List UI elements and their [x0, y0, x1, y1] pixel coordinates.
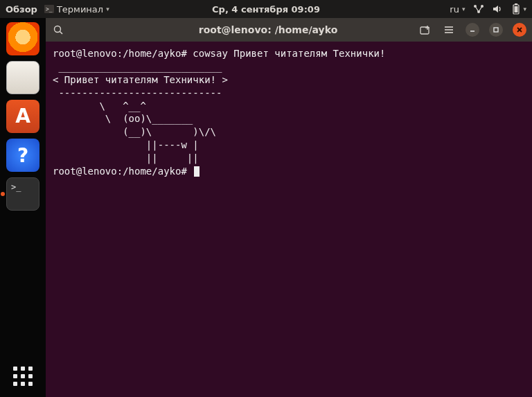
prompt: root@lenovo:/home/ayko#: [53, 166, 193, 177]
hamburger-menu[interactable]: [442, 23, 456, 37]
keyboard-layout-label: ru: [450, 4, 459, 15]
maximize-icon: [493, 26, 499, 33]
menu-icon: [444, 26, 454, 34]
cowsay-message: < Привет читателям Технички! >: [53, 74, 228, 85]
dock-item-help[interactable]: ?: [6, 139, 39, 172]
chevron-down-icon: ▾: [106, 6, 109, 12]
app-menu[interactable]: >_ Терминал ▾: [44, 4, 109, 15]
close-button[interactable]: [513, 23, 526, 37]
cowsay-border-top: ____________________________: [53, 61, 222, 72]
dock-item-software[interactable]: A: [6, 100, 39, 133]
new-tab-button[interactable]: [418, 23, 432, 37]
cowsay-art: ||----w |: [53, 139, 199, 150]
cowsay-art: (__)\ )\/\: [53, 126, 216, 137]
maximize-button[interactable]: [489, 23, 503, 37]
cursor: [194, 166, 200, 177]
cowsay-border-bottom: ----------------------------: [53, 87, 222, 98]
svg-point-8: [55, 26, 61, 33]
chevron-down-icon: ▾: [523, 6, 526, 12]
terminal-output[interactable]: root@lenovo:/home/ayko# cowsay Привет чи…: [46, 42, 532, 397]
window-title: root@lenovo: /home/ayko: [134, 24, 402, 35]
cowsay-art: || ||: [53, 152, 199, 164]
show-applications-button[interactable]: [12, 365, 34, 387]
svg-rect-17: [494, 28, 498, 32]
dock-item-terminal[interactable]: >_: [6, 177, 39, 211]
search-button[interactable]: [51, 23, 65, 37]
window-area: root@lenovo: /home/ayko: [46, 18, 532, 397]
new-tab-icon: [420, 25, 431, 35]
cowsay-art: \ (oo)\_______: [53, 113, 193, 124]
command-text: cowsay Привет читателям Технички!: [193, 48, 385, 59]
keyboard-layout[interactable]: ru ▾: [450, 4, 465, 15]
svg-line-9: [60, 32, 63, 35]
cowsay-art: \ ^__^: [53, 100, 146, 112]
svg-rect-7: [515, 6, 518, 12]
close-icon: [516, 26, 523, 33]
activities-button[interactable]: Обзор: [6, 4, 37, 15]
terminal-glyph: >_: [11, 182, 21, 192]
minimize-button[interactable]: [466, 23, 479, 37]
battery-icon[interactable]: ▾: [512, 3, 526, 15]
svg-text:>_: >_: [46, 6, 53, 12]
volume-icon[interactable]: [493, 4, 504, 14]
app-menu-label: Терминал: [57, 4, 103, 15]
chevron-down-icon: ▾: [462, 6, 466, 12]
dock: A ? >_: [0, 18, 46, 397]
terminal-menu-icon: >_: [44, 5, 54, 13]
search-icon: [53, 24, 64, 35]
dock-item-firefox[interactable]: [6, 22, 39, 55]
terminal-window: root@lenovo: /home/ayko: [46, 18, 532, 397]
window-titlebar: root@lenovo: /home/ayko: [46, 18, 532, 42]
help-glyph: ?: [17, 144, 28, 167]
network-icon[interactable]: [473, 4, 484, 14]
software-glyph: A: [15, 107, 30, 126]
top-panel: Обзор >_ Терминал ▾ Ср, 4 сентября 09:09…: [0, 0, 532, 18]
prompt: root@lenovo:/home/ayko#: [53, 48, 193, 59]
minimize-icon: [469, 26, 476, 33]
clock[interactable]: Ср, 4 сентября 09:09: [212, 4, 320, 15]
dock-item-files[interactable]: [6, 61, 39, 94]
